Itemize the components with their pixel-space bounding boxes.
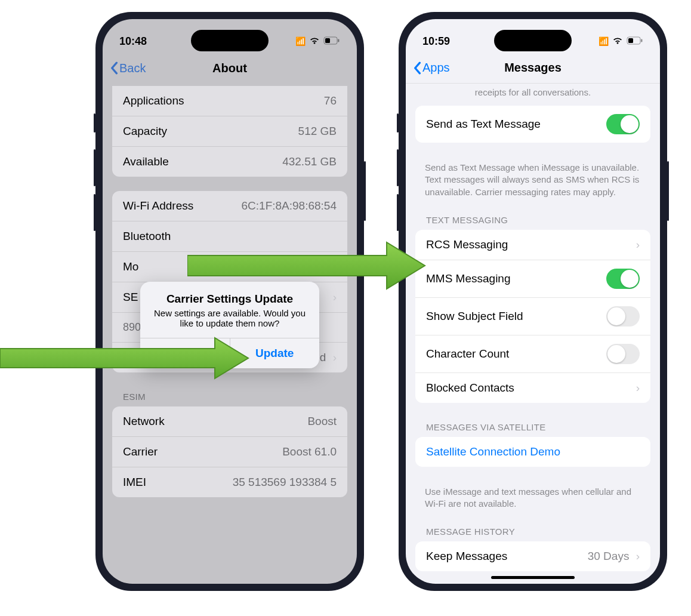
status-icons: 📶: [599, 36, 643, 47]
svg-rect-5: [641, 39, 643, 42]
dynamic-island: [191, 30, 269, 51]
back-button[interactable]: Apps: [413, 61, 450, 75]
annotation-arrow-1: [0, 334, 251, 382]
section-header-text-messaging: TEXT MESSAGING: [406, 210, 660, 230]
wifi-icon: [612, 36, 623, 47]
toggle-subject[interactable]: [606, 306, 640, 327]
chevron-right-icon: ›: [636, 238, 640, 251]
row-satellite-demo[interactable]: Satellite Connection Demo: [415, 437, 650, 467]
cutoff-footer-text: receipts for all conversations.: [406, 84, 660, 106]
group-send-as-text: Send as Text Message: [415, 106, 650, 143]
row-rcs-messaging[interactable]: RCS Messaging ›: [415, 230, 650, 260]
svg-rect-4: [628, 38, 633, 43]
screen-about: 10:48 📶 Back About Applicat: [103, 19, 357, 584]
annotation-arrow-2: [187, 239, 426, 292]
group-text-messaging: RCS Messaging › MMS Messaging Show Subje…: [415, 230, 650, 403]
section-header-history: MESSAGE HISTORY: [406, 522, 660, 541]
home-indicator: [491, 576, 575, 579]
battery-icon: [627, 36, 643, 47]
group-history: Keep Messages 30 Days ›: [415, 541, 650, 571]
row-keep-messages[interactable]: Keep Messages 30 Days ›: [415, 541, 650, 571]
dynamic-island: [494, 30, 572, 51]
group-satellite: Satellite Connection Demo: [415, 437, 650, 467]
chevron-right-icon: ›: [636, 381, 640, 395]
row-show-subject-field[interactable]: Show Subject Field: [415, 298, 650, 335]
alert-message: New settings are available. Would you li…: [140, 308, 319, 338]
row-blocked-contacts[interactable]: Blocked Contacts ›: [415, 373, 650, 403]
back-label: Apps: [422, 61, 450, 75]
row-send-as-text[interactable]: Send as Text Message: [415, 106, 650, 143]
footer-send-as-text: Send as Text Message when iMessage is un…: [406, 157, 660, 210]
footer-satellite: Use iMessage and text messages when cell…: [406, 481, 660, 522]
cellular-icon: 📶: [599, 36, 609, 46]
phone-left: 10:48 📶 Back About Applicat: [95, 12, 364, 591]
toggle-charcount[interactable]: [606, 344, 640, 364]
chevron-left-icon: [413, 61, 421, 75]
row-character-count[interactable]: Character Count: [415, 335, 650, 373]
status-time: 10:59: [422, 35, 450, 48]
toggle-mms[interactable]: [606, 269, 640, 289]
toggle-send-as-text[interactable]: [606, 114, 640, 134]
row-mms-messaging[interactable]: MMS Messaging: [415, 260, 650, 298]
phone-right: 10:59 📶 Apps Messages receipts for all c…: [399, 12, 667, 591]
alert-backdrop: Carrier Settings Update New settings are…: [103, 19, 357, 584]
screen-messages: 10:59 📶 Apps Messages receipts for all c…: [406, 19, 660, 584]
navbar-messages: Apps Messages: [406, 53, 660, 84]
section-header-satellite: MESSAGES VIA SATELLITE: [406, 417, 660, 437]
page-title: Messages: [504, 61, 562, 75]
chevron-right-icon: ›: [633, 550, 640, 562]
